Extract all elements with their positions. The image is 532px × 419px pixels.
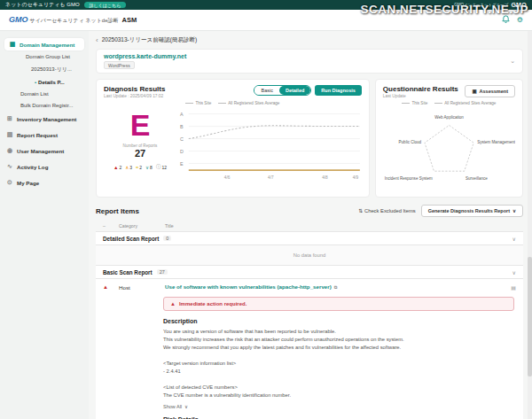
legend-site-swatch [185, 103, 193, 104]
domain-card: wordpress.karte-dummy.net WordPress ⌄ [96, 49, 523, 74]
diagnosis-title: Diagnosis Results [104, 85, 165, 93]
diagnosis-last-update: Last Update : 2025/04/09 17:02 [104, 94, 165, 98]
grade-letter: E [104, 110, 176, 140]
sidebar-item-domain-list[interactable]: Domain List [4, 88, 84, 99]
report-items-title: Report Items [96, 207, 139, 215]
select-column-header: – [103, 223, 119, 229]
notification-bell-icon[interactable] [502, 15, 510, 25]
high-severity-icon: ∧ [125, 165, 129, 170]
toggle-detailed[interactable]: Detailed [279, 86, 310, 95]
legend-site-swatch [402, 103, 410, 104]
detailed-scan-report-group[interactable]: Detailed Scan Report 0 ∨ [96, 231, 523, 245]
grid-icon: ▦ [9, 41, 16, 48]
severity-counts: ▲2 ∧3 =2 ∨8 ⓘ12 [104, 164, 176, 170]
main-content: ‹ 20250313-リリース前確認(簡易診断) wordpress.karte… [89, 31, 532, 419]
breadcrumb: ‹ 20250313-リリース前確認(簡易診断) [96, 36, 523, 44]
generate-report-button[interactable]: Generate Diagnosis Results Report∨ [421, 205, 523, 217]
report-detail-block: ▲ Host Use of software with known vulner… [96, 279, 523, 419]
inventory-icon: ⊞ [6, 115, 13, 122]
report-items-section: Report Items ⇅Check Excluded Items Gener… [96, 205, 523, 419]
info-severity-icon: ⓘ [156, 164, 161, 170]
questionnaire-radar-chart: Web Application System Management Survei… [383, 106, 515, 188]
profile-icon: ⊙ [6, 179, 13, 186]
domain-tag-badge: WordPress [104, 61, 135, 69]
sidebar-item-domain-management[interactable]: ▦ Domain Management [4, 38, 84, 50]
average-trend-line [189, 126, 360, 139]
sidebar-item-bulk-domain-registration[interactable]: Bulk Domain Registr... [4, 99, 84, 111]
reports-count: 27 [104, 148, 176, 159]
radar-polygon [425, 125, 473, 171]
assessment-button[interactable]: ▣Assessment [465, 85, 515, 97]
basic-detailed-toggle: Basic Detailed [254, 85, 311, 96]
sidebar-item-activity-log[interactable]: ∿Activity Log [4, 159, 84, 175]
grade-trend-line-chart: A B C D E 4/6 4/7 4/8 4/9 [176, 106, 362, 182]
description-line [163, 376, 511, 384]
svg-text:C: C [180, 136, 184, 141]
brand-logo: GMO サイバーセキュリティ ネットde診断 ASM [9, 15, 137, 25]
svg-text:D: D [180, 148, 184, 153]
description-line: The CVE number is a vulnerability identi… [163, 392, 511, 400]
back-chevron-icon[interactable]: ‹ [96, 36, 98, 44]
check-excluded-items-link[interactable]: ⇅Check Excluded Items [358, 208, 416, 213]
basic-scan-report-group[interactable]: Basic Scan Report 27 ∨ [96, 265, 523, 279]
toggle-basic[interactable]: Basic [254, 86, 278, 95]
svg-text:4/8: 4/8 [322, 175, 328, 180]
domain-link[interactable]: wordpress.karte-dummy.net [104, 53, 186, 59]
sidebar-item-domain-group-list[interactable]: Domain Group List [4, 50, 84, 62]
app-header: GMO サイバーセキュリティ ネットde診断 ASM ⚙ [0, 10, 532, 31]
chevron-down-icon[interactable]: ⌄ [510, 58, 515, 65]
promo-cta-button[interactable]: 詳しくはこちら [84, 2, 127, 8]
sidebar-item-details-page[interactable]: •Details P... [4, 76, 84, 88]
group-count-badge: 0 [163, 236, 171, 241]
sidebar-item-inventory-management[interactable]: ⊞Inventory Management [4, 111, 84, 127]
vulnerability-row: ▲ Host Use of software with known vulner… [96, 279, 523, 295]
diagnosis-legend: This Site All Registered Sites Average [104, 101, 362, 105]
settings-gear-icon[interactable]: ⚙ [517, 16, 523, 24]
sidebar-item-my-page[interactable]: ⊙My Page [4, 175, 84, 190]
description-line: You are using a version of software that… [163, 328, 511, 336]
svg-text:Web Application: Web Application [434, 115, 464, 120]
group-count-badge: 27 [157, 269, 168, 275]
svg-text:4/7: 4/7 [268, 175, 274, 180]
description-line [163, 352, 511, 360]
sidebar-item-report-request[interactable]: ▤Report Request [4, 127, 84, 143]
external-link-icon: ⧉ [334, 284, 338, 290]
description-line: <Target version information list> [163, 360, 511, 368]
gmo-group-logo: GMO [511, 2, 527, 8]
svg-text:Surveillance: Surveillance [466, 176, 488, 181]
run-diagnosis-button[interactable]: Run Diagnosis [315, 85, 362, 96]
svg-text:4/9: 4/9 [353, 175, 359, 180]
sidebar-item-user-management[interactable]: ◉User Management [4, 143, 84, 159]
questionnaire-results-panel: Questionnaire Results Last Update ▣Asses… [375, 79, 523, 198]
promo-tagline: ネットのセキュリティも GMO [5, 1, 80, 9]
chevron-down-icon: ∨ [184, 404, 188, 409]
breadcrumb-label: 20250313-リリース前確認(簡易診断) [102, 36, 197, 44]
immediate-action-alert: ▲ Immediate action required. [163, 297, 514, 311]
description-line: We strongly recommend that you apply the… [163, 344, 511, 352]
activity-pulse-icon: ∿ [6, 163, 13, 170]
description-heading: Description [163, 318, 511, 324]
vulnerability-title-link[interactable]: Use of software with known vulnerabiliti… [165, 283, 504, 291]
brand-asm: ASM [122, 16, 137, 24]
no-data-row: No data found [96, 245, 523, 265]
app-screen: ネットのセキュリティも GMO 詳しくはこちら GMOインターネットグループ G… [0, 0, 532, 419]
document-icon: ▤ [6, 131, 13, 138]
chevron-down-icon: ∨ [512, 236, 516, 242]
brand-gmo: GMO [9, 15, 28, 24]
user-icon: ◉ [6, 147, 13, 154]
description-line: This vulnerability increases the risk th… [163, 336, 511, 344]
description-line: <List of detected CVE numbers> [163, 384, 511, 392]
sidebar-item-domain-group[interactable]: 20250313-リリ... [4, 62, 84, 76]
row-action-icon[interactable]: ▤ [504, 284, 516, 291]
vertical-scrollbar[interactable] [528, 31, 532, 419]
svg-text:4/6: 4/6 [224, 175, 231, 180]
show-all-link[interactable]: Show All∨ [163, 404, 511, 409]
brand-product: サイバーセキュリティ ネットde診断 [30, 17, 119, 25]
excluded-items-icon: ⇅ [358, 208, 363, 213]
warning-triangle-icon: ▲ [170, 301, 176, 306]
chevron-down-icon: ∨ [512, 269, 516, 275]
questionnaire-legend: This Site All Registered Sites Average [383, 101, 515, 105]
report-table-header: – Category Title [96, 221, 523, 231]
bullet-dot-icon: • [35, 80, 36, 85]
scrollbar-thumb[interactable] [528, 257, 532, 376]
